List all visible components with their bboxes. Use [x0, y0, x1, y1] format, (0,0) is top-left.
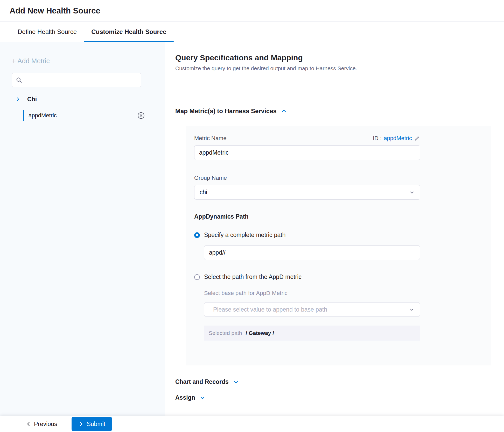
add-metric-button[interactable]: + Add Metric: [12, 57, 50, 65]
base-path-placeholder: - Please select value to append to base …: [209, 306, 331, 313]
radio-select-appd-path[interactable]: Select the path from the AppD metric: [194, 273, 491, 280]
selected-path-bar: Selected path / Gateway /: [204, 326, 420, 341]
map-metrics-panel: Metric Name ID : appdMetric Group Name c…: [186, 126, 491, 365]
main-panel: Query Specifications and Mapping Customi…: [165, 42, 504, 416]
edit-pencil-icon[interactable]: [414, 135, 420, 141]
content-area: + Add Metric Chi appdMetric: [0, 42, 504, 416]
chevron-right-icon: [78, 421, 84, 427]
previous-label: Previous: [34, 421, 57, 428]
map-section-title: Map Metric(s) to Harness Services: [175, 107, 277, 115]
metric-search-box: [12, 73, 141, 87]
metric-name-row: Metric Name ID : appdMetric: [194, 135, 420, 142]
chevron-down-icon: [409, 307, 415, 312]
map-metrics-section-toggle[interactable]: Map Metric(s) to Harness Services: [175, 107, 287, 115]
appdynamics-path-label: AppDynamics Path: [194, 213, 491, 220]
metric-path-input[interactable]: [204, 245, 420, 260]
divider: [165, 83, 504, 83]
selected-path-label: Selected path: [209, 330, 242, 336]
main-title: Query Specifications and Mapping: [175, 53, 504, 62]
id-label: ID :: [373, 135, 382, 142]
sidebar: + Add Metric Chi appdMetric: [0, 42, 165, 416]
radio-unselected-icon[interactable]: [194, 274, 200, 280]
radio-complete-metric-path[interactable]: Specify a complete metric path: [194, 232, 491, 239]
main-subtitle: Customize the query to get the desired o…: [175, 65, 504, 71]
metric-id-wrap: ID : appdMetric: [373, 135, 420, 142]
chart-section-title: Chart and Records: [175, 378, 229, 385]
metric-name-label: Metric Name: [194, 135, 227, 142]
search-input[interactable]: [25, 77, 137, 83]
page-title: Add New Health Source: [10, 6, 100, 16]
footer-bar: Previous Submit: [0, 416, 504, 432]
radio-complete-label: Specify a complete metric path: [204, 232, 285, 239]
id-value-link[interactable]: appdMetric: [384, 135, 412, 142]
assign-section-toggle[interactable]: Assign: [175, 394, 206, 401]
base-path-label: Select base path for AppD Metric: [204, 290, 491, 297]
metric-name-input[interactable]: [194, 145, 420, 160]
add-metric-label: Add Metric: [17, 57, 50, 65]
chevron-up-icon[interactable]: [281, 108, 287, 114]
radio-selected-icon[interactable]: [194, 232, 200, 238]
tab-define-health-source[interactable]: Define Health Source: [10, 22, 84, 42]
app-header: Add New Health Source: [0, 0, 504, 22]
chart-records-section-toggle[interactable]: Chart and Records: [175, 378, 239, 385]
sidebar-item-appdmetric[interactable]: appdMetric: [23, 110, 148, 121]
remove-metric-icon[interactable]: [137, 112, 145, 119]
selected-path-value: / Gateway /: [246, 330, 274, 336]
tabs-bar: Define Health Source Customize Health So…: [0, 22, 504, 42]
plus-icon: +: [12, 57, 16, 65]
chevron-down-icon: [409, 190, 415, 195]
group-name-select[interactable]: chi: [194, 185, 420, 200]
metric-item-label: appdMetric: [29, 112, 57, 119]
submit-button[interactable]: Submit: [72, 417, 112, 431]
previous-button[interactable]: Previous: [26, 421, 57, 428]
assign-section-title: Assign: [175, 394, 195, 401]
search-icon: [16, 77, 22, 83]
chevron-down-icon[interactable]: [199, 395, 206, 401]
chevron-right-icon[interactable]: [15, 97, 20, 102]
group-label: Chi: [27, 96, 37, 103]
sidebar-group-chi[interactable]: Chi: [12, 93, 165, 105]
group-name-value: chi: [200, 189, 207, 196]
chevron-left-icon: [26, 421, 31, 427]
group-name-label: Group Name: [194, 175, 491, 181]
base-path-select[interactable]: - Please select value to append to base …: [204, 302, 420, 317]
submit-label: Submit: [87, 421, 105, 428]
radio-select-label: Select the path from the AppD metric: [204, 273, 302, 280]
tab-customize-health-source[interactable]: Customize Health Source: [84, 22, 173, 42]
chevron-down-icon[interactable]: [233, 379, 239, 385]
tree-divider: [23, 107, 147, 107]
